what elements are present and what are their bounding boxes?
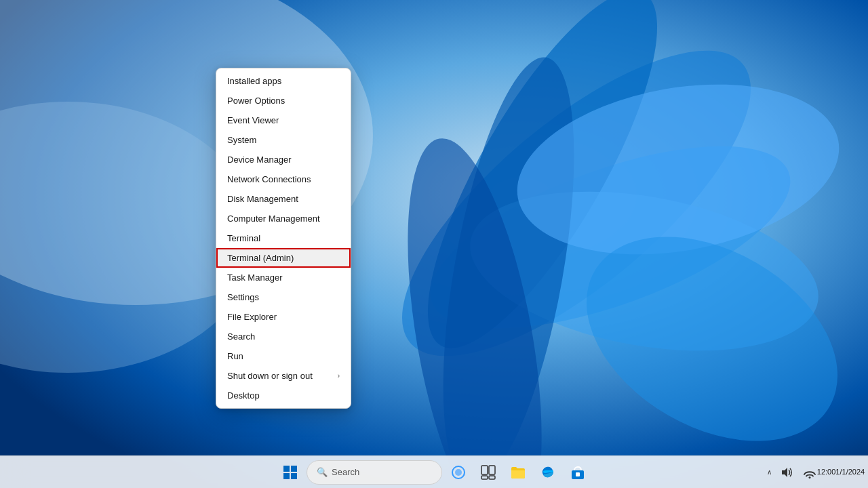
taskbar: 🔍 Search xyxy=(0,455,868,488)
svg-rect-20 xyxy=(489,476,495,479)
menu-item-run[interactable]: Run xyxy=(216,346,351,366)
menu-item-search[interactable]: Search xyxy=(216,327,351,346)
menu-item-label-desktop: Desktop xyxy=(227,390,260,401)
svg-rect-14 xyxy=(291,473,297,479)
menu-item-label-device-manager: Device Manager xyxy=(227,155,292,165)
taskbar-tray: ∧ 12:00 1/1/2024 xyxy=(764,462,860,483)
menu-item-arrow-shut-down-or-sign-out: › xyxy=(338,372,340,380)
file-explorer-button[interactable] xyxy=(505,459,532,486)
clock-date: 1/1/2024 xyxy=(835,467,865,476)
menu-item-label-system: System xyxy=(227,135,256,145)
task-view-button[interactable] xyxy=(475,459,502,486)
menu-item-desktop[interactable]: Desktop xyxy=(216,386,351,405)
svg-rect-11 xyxy=(283,466,290,472)
svg-point-16 xyxy=(455,469,462,476)
menu-item-system[interactable]: System xyxy=(216,130,351,150)
tray-chevron[interactable]: ∧ xyxy=(764,466,774,479)
menu-item-label-run: Run xyxy=(227,351,243,361)
menu-item-label-task-manager: Task Manager xyxy=(227,272,283,283)
menu-item-label-settings: Settings xyxy=(227,292,259,302)
svg-rect-18 xyxy=(489,466,495,474)
menu-item-terminal[interactable]: Terminal xyxy=(216,228,351,248)
menu-item-label-shut-down-or-sign-out: Shut down or sign out xyxy=(227,371,313,381)
svg-rect-22 xyxy=(576,472,580,476)
menu-item-device-manager[interactable]: Device Manager xyxy=(216,150,351,169)
menu-item-disk-management[interactable]: Disk Management xyxy=(216,189,351,209)
cortana-button[interactable] xyxy=(445,459,472,486)
menu-item-label-installed-apps: Installed apps xyxy=(227,76,281,86)
taskbar-center: 🔍 Search xyxy=(277,459,591,486)
menu-item-label-network-connections: Network Connections xyxy=(227,174,311,184)
menu-item-label-terminal-admin: Terminal (Admin) xyxy=(227,253,294,263)
start-button[interactable] xyxy=(277,459,304,486)
menu-item-task-manager[interactable]: Task Manager xyxy=(216,268,351,287)
context-menu: Installed appsPower OptionsEvent ViewerS… xyxy=(216,68,351,409)
menu-item-network-connections[interactable]: Network Connections xyxy=(216,169,351,189)
volume-icon[interactable] xyxy=(776,462,797,483)
svg-rect-19 xyxy=(481,476,488,479)
menu-item-label-computer-management: Computer Management xyxy=(227,214,320,224)
taskbar-search-label: Search xyxy=(332,467,359,477)
menu-item-file-explorer[interactable]: File Explorer xyxy=(216,307,351,327)
menu-item-shut-down-or-sign-out[interactable]: Shut down or sign out› xyxy=(216,366,351,386)
taskbar-search-bar[interactable]: 🔍 Search xyxy=(307,460,442,485)
menu-item-label-file-explorer: File Explorer xyxy=(227,312,277,322)
clock-time: 12:00 xyxy=(817,467,836,476)
menu-item-settings[interactable]: Settings xyxy=(216,287,351,307)
svg-rect-17 xyxy=(481,466,488,474)
svg-marker-23 xyxy=(782,468,787,477)
menu-item-label-terminal: Terminal xyxy=(227,233,260,243)
desktop-wallpaper xyxy=(0,0,868,488)
svg-rect-12 xyxy=(291,466,297,472)
menu-item-terminal-admin[interactable]: Terminal (Admin) xyxy=(216,248,351,268)
edge-button[interactable] xyxy=(534,459,561,486)
taskbar-search-icon: 🔍 xyxy=(317,467,328,477)
menu-item-computer-management[interactable]: Computer Management xyxy=(216,209,351,228)
svg-rect-13 xyxy=(283,473,290,479)
store-button[interactable] xyxy=(564,459,591,486)
menu-item-installed-apps[interactable]: Installed apps xyxy=(216,71,351,91)
menu-item-event-viewer[interactable]: Event Viewer xyxy=(216,110,351,130)
clock-area[interactable]: 12:00 1/1/2024 xyxy=(822,462,860,483)
menu-item-label-power-options: Power Options xyxy=(227,96,285,106)
menu-item-power-options[interactable]: Power Options xyxy=(216,91,351,110)
svg-point-24 xyxy=(809,476,811,479)
menu-item-label-search: Search xyxy=(227,331,255,342)
desktop: Installed appsPower OptionsEvent ViewerS… xyxy=(0,0,868,488)
menu-item-label-event-viewer: Event Viewer xyxy=(227,115,279,125)
menu-item-label-disk-management: Disk Management xyxy=(227,194,298,204)
